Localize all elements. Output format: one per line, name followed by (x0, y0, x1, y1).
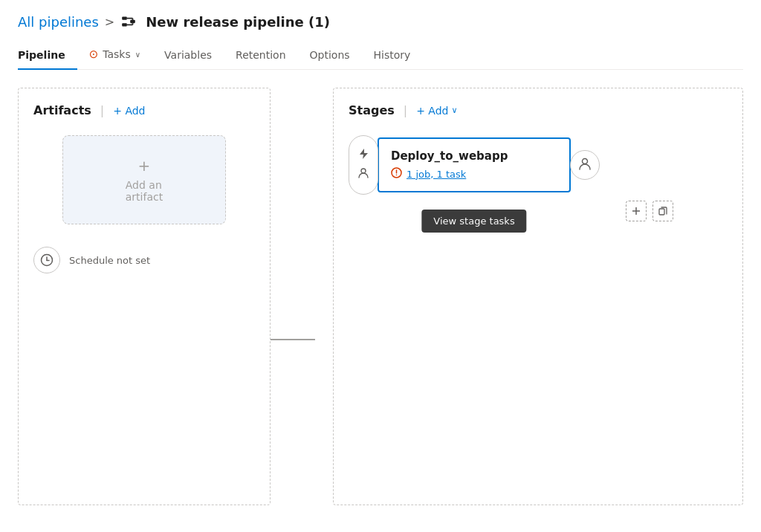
stage-person-right-icon (579, 157, 591, 173)
breadcrumb-separator: > (105, 15, 114, 29)
svg-point-13 (396, 175, 398, 176)
artifacts-header: Artifacts | + Add (33, 103, 255, 117)
add-artifact-label: Add an artifact (126, 179, 163, 203)
stage-card[interactable]: Deploy_to_webapp 1 job, 1 task (378, 137, 571, 192)
stage-left-icons (349, 135, 378, 195)
stage-person-left-icon (358, 167, 369, 182)
stage-right-person-button[interactable] (570, 150, 600, 180)
svg-rect-0 (122, 16, 127, 19)
stage-card-title: Deploy_to_webapp (391, 149, 557, 163)
artifacts-divider: | (100, 103, 104, 117)
stage-copy-ctrl-button[interactable] (652, 201, 673, 221)
stages-add-chevron-icon: ∨ (451, 106, 457, 115)
tasks-warning-icon: ⊙ (89, 48, 99, 61)
view-stage-tasks-tooltip: View stage tasks (421, 210, 526, 233)
tab-tasks[interactable]: ⊙ Tasks ∨ (77, 42, 152, 70)
stages-divider: | (404, 103, 407, 117)
schedule-row: Schedule not set (33, 247, 255, 273)
tab-options[interactable]: Options (298, 43, 362, 70)
tab-pipeline[interactable]: Pipeline (18, 43, 77, 70)
svg-rect-17 (659, 209, 664, 215)
breadcrumb: All pipelines > New release pipeline (1) (18, 13, 743, 30)
stage-outer: Deploy_to_webapp 1 job, 1 task (349, 135, 728, 195)
tasks-chevron-icon: ∨ (135, 51, 140, 59)
nav-tabs: Pipeline ⊙ Tasks ∨ Variables Retention O… (18, 42, 743, 70)
schedule-icon (33, 247, 60, 273)
artifacts-add-button[interactable]: + Add (113, 105, 145, 117)
stages-add-button[interactable]: + Add ∨ (416, 105, 457, 117)
stages-panel: Stages | + Add ∨ (333, 88, 743, 505)
stages-content: Deploy_to_webapp 1 job, 1 task (349, 135, 728, 221)
stage-lightning-icon (358, 148, 369, 163)
add-artifact-plus-icon: + (138, 157, 151, 175)
svg-rect-1 (122, 23, 127, 26)
stage-card-subtitle: 1 job, 1 task (391, 167, 557, 181)
connector-container (271, 88, 315, 505)
h-connector-line (271, 339, 315, 340)
tab-variables[interactable]: Variables (152, 43, 224, 70)
stages-title: Stages (349, 103, 395, 117)
stage-add-ctrl-button[interactable] (626, 201, 647, 221)
artifacts-panel: Artifacts | + Add + Add an artifact (18, 88, 271, 505)
schedule-label: Schedule not set (69, 255, 150, 266)
stages-header: Stages | + Add ∨ (349, 103, 728, 117)
svg-point-10 (361, 169, 366, 173)
add-artifact-box[interactable]: + Add an artifact (62, 135, 226, 224)
pipeline-icon (120, 13, 137, 30)
tab-history[interactable]: History (362, 43, 423, 70)
stage-task-link[interactable]: 1 job, 1 task (407, 169, 466, 180)
all-pipelines-link[interactable]: All pipelines (18, 14, 99, 30)
svg-point-14 (583, 159, 588, 164)
page-title: New release pipeline (1) (146, 14, 330, 30)
tab-retention[interactable]: Retention (224, 43, 298, 70)
stage-warning-icon (391, 167, 402, 181)
artifacts-title: Artifacts (33, 103, 91, 117)
